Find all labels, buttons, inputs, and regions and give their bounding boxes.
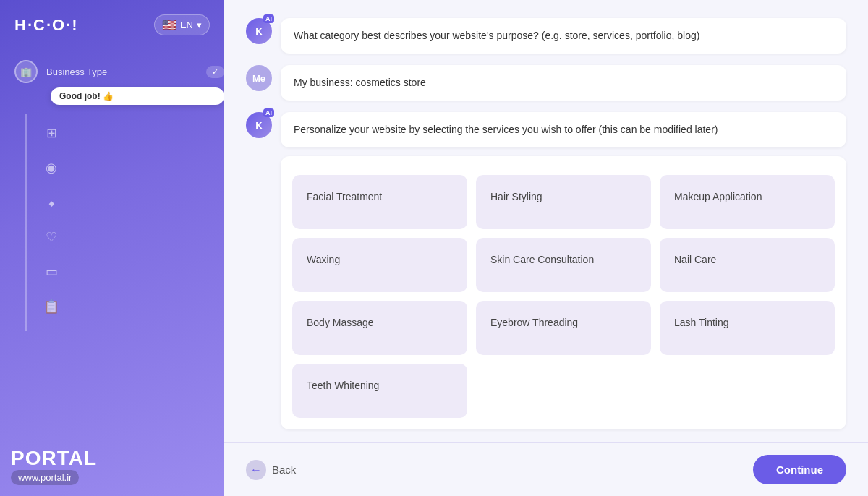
user-text-1: My business: cosmetics store <box>281 65 846 101</box>
sidebar: H·C·O·! 🇺🇸 EN ▾ 🏢 Business Type ✓ Good j… <box>0 0 224 496</box>
sidebar-branding: PORTAL www.portal.ir <box>11 447 97 485</box>
ai-message-2: K Personalize your website by selecting … <box>246 112 846 429</box>
chat-area: K What category best describes your webs… <box>224 0 868 442</box>
main-content: K What category best describes your webs… <box>224 0 868 496</box>
ai-text-1: What category best describes your websit… <box>281 18 846 54</box>
portal-url: www.portal.ir <box>11 470 79 485</box>
business-type-icon: 🏢 <box>14 60 38 83</box>
service-nail-care[interactable]: Nail Care <box>660 238 835 292</box>
step-badge: ✓ <box>206 66 224 78</box>
bottom-bar: ← Back Continue <box>224 442 868 496</box>
sidebar-item-business-type[interactable]: 🏢 Business Type ✓ <box>14 50 224 93</box>
continue-button[interactable]: Continue <box>753 455 846 484</box>
sidebar-item-label: Business Type <box>46 67 107 77</box>
ai-message-1: K What category best describes your webs… <box>246 18 846 54</box>
service-body-massage[interactable]: Body Massage <box>292 301 467 355</box>
services-wrapper: Facial Treatment Hair Styling Makeup App… <box>281 156 846 429</box>
ai-text-2: Personalize your website by selecting th… <box>281 112 846 147</box>
back-label: Back <box>272 463 296 476</box>
services-grid: Facial Treatment Hair Styling Makeup App… <box>292 175 835 418</box>
user-message-1: Me My business: cosmetics store <box>246 65 846 101</box>
service-makeup-application[interactable]: Makeup Application <box>660 175 835 229</box>
sidebar-header: H·C·O·! 🇺🇸 EN ▾ <box>0 14 224 50</box>
service-lash-tinting[interactable]: Lash Tinting <box>660 301 835 355</box>
portal-label: PORTAL <box>11 447 97 470</box>
ai-avatar-2: K <box>246 112 272 138</box>
chevron-down-icon: ▾ <box>197 20 202 30</box>
sidebar-item-location[interactable]: ◉ <box>40 156 63 179</box>
service-eyebrow-threading[interactable]: Eyebrow Threading <box>476 301 651 355</box>
service-facial-treatment[interactable]: Facial Treatment <box>292 175 467 229</box>
sidebar-item-doc1[interactable]: ▭ <box>40 260 63 283</box>
back-arrow-icon: ← <box>246 460 266 480</box>
user-avatar-1: Me <box>246 65 272 91</box>
lang-label: EN <box>180 20 193 30</box>
service-hair-styling[interactable]: Hair Styling <box>476 175 651 229</box>
service-skin-care-consultation[interactable]: Skin Care Consultation <box>476 238 651 292</box>
back-button[interactable]: ← Back <box>246 460 296 480</box>
logo: H·C·O·! <box>14 16 79 35</box>
sidebar-item-heart[interactable]: ♡ <box>40 226 63 249</box>
sidebar-item-pages[interactable]: ⊞ <box>40 121 63 145</box>
service-teeth-whitening[interactable]: Teeth Whitening <box>292 364 467 418</box>
sidebar-item-doc2[interactable]: 📋 <box>40 295 63 318</box>
sidebar-item-tag[interactable]: ⬥ <box>40 191 63 214</box>
ai-avatar-1: K <box>246 18 272 44</box>
language-selector[interactable]: 🇺🇸 EN ▾ <box>154 14 210 35</box>
service-waxing[interactable]: Waxing <box>292 238 467 292</box>
